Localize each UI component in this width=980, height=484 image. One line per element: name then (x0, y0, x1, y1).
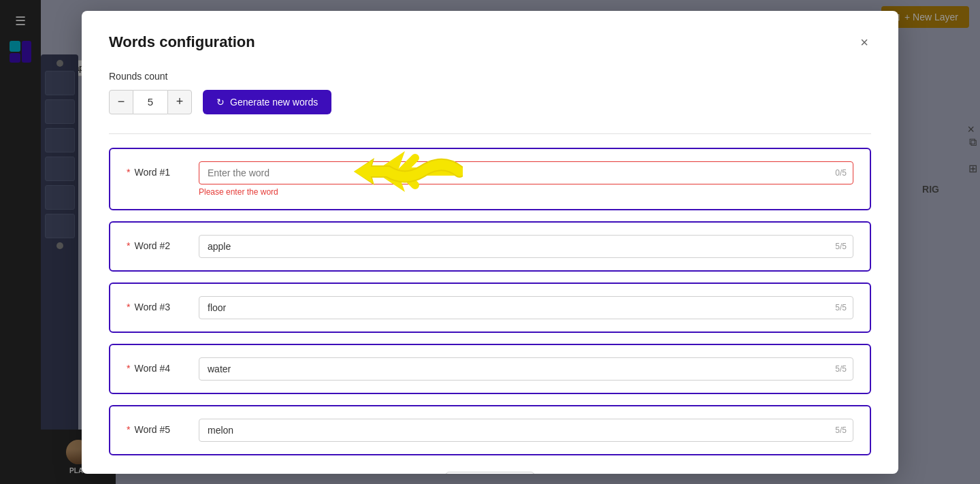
word-row-3: * Word #3 5/5 (109, 283, 871, 333)
modal-header: Words configuration × (109, 33, 871, 52)
word-4-char-count: 5/5 (835, 364, 847, 374)
generate-label: Generate new words (230, 97, 318, 108)
required-star-3: * (127, 302, 130, 312)
refresh-icon: ↻ (216, 97, 225, 108)
word-5-input-container: 5/5 (199, 419, 853, 442)
word-5-label: Word #5 (134, 424, 182, 435)
required-star-5: * (127, 424, 130, 435)
rounds-section: Rounds count − 5 + ↻ Generate new words (109, 71, 871, 114)
word-2-input-container: 5/5 (199, 235, 853, 258)
word-row-5: * Word #5 5/5 (109, 405, 871, 455)
word-row-3-content: * Word #3 5/5 (127, 296, 853, 319)
word-2-char-count: 5/5 (835, 242, 847, 251)
divider (109, 133, 871, 134)
word-row-5-content: * Word #5 5/5 (127, 419, 853, 442)
word-1-input-container: 0/5 (199, 161, 853, 184)
generate-words-button[interactable]: ↻ Generate new words (203, 90, 331, 114)
word-2-label: Word #2 (134, 240, 182, 251)
word-row-4-content: * Word #4 5/5 (127, 357, 853, 381)
word-3-input-container: 5/5 (199, 296, 853, 319)
word-3-input[interactable] (199, 296, 853, 319)
word-4-input[interactable] (199, 357, 853, 381)
modal-overlay: Words configuration × Rounds count − 5 +… (0, 0, 980, 484)
word-5-label-group: * Word #5 (127, 419, 188, 435)
word-row-2: * Word #2 5/5 (109, 221, 871, 272)
word-3-label-group: * Word #3 (127, 296, 188, 312)
rounds-value: 5 (133, 90, 167, 114)
word-5-char-count: 5/5 (835, 425, 847, 435)
words-configuration-modal: Words configuration × Rounds count − 5 +… (82, 11, 898, 474)
word-1-error-msg: Please enter the word (199, 187, 853, 197)
word-1-input[interactable] (199, 161, 853, 184)
word-3-label: Word #3 (134, 302, 182, 312)
word-5-input[interactable] (199, 419, 853, 442)
rounds-controls: − 5 + ↻ Generate new words (109, 90, 871, 114)
word-4-label-group: * Word #4 (127, 357, 188, 374)
required-star-4: * (127, 363, 130, 374)
word-4-input-container: 5/5 (199, 357, 853, 381)
word-2-label-group: * Word #2 (127, 235, 188, 251)
required-star-1: * (127, 167, 130, 178)
words-list: * Word #1 0/5 Please enter the word (109, 148, 871, 455)
word-4-label: Word #4 (134, 363, 182, 374)
word-row-1: * Word #1 0/5 Please enter the word (109, 148, 871, 210)
save-section: Save (109, 472, 871, 474)
word-3-char-count: 5/5 (835, 303, 847, 312)
word-row-4: * Word #4 5/5 (109, 344, 871, 394)
word-1-input-wrap: 0/5 Please enter the word (199, 161, 853, 197)
rounds-increment-button[interactable]: + (167, 90, 192, 114)
modal-title: Words configuration (109, 33, 255, 51)
rounds-decrement-button[interactable]: − (109, 90, 133, 114)
word-row-1-content: * Word #1 0/5 Please enter the word (127, 161, 853, 197)
word-1-label: Word #1 (134, 167, 182, 178)
word-row-2-content: * Word #2 5/5 (127, 235, 853, 258)
word-1-char-count: 0/5 (835, 168, 847, 178)
word-1-label-group: * Word #1 (127, 161, 188, 178)
save-button[interactable]: Save (445, 472, 535, 474)
required-star-2: * (127, 240, 130, 251)
modal-close-button[interactable]: × (858, 33, 871, 52)
rounds-label: Rounds count (109, 71, 871, 82)
word-2-input[interactable] (199, 235, 853, 258)
